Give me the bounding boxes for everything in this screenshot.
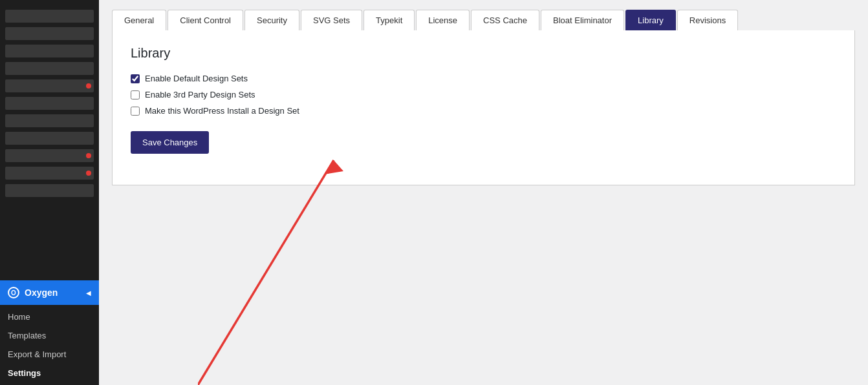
sidebar-blurred-item-4 [5,62,94,75]
oxygen-logo-icon [8,287,19,298]
oxygen-title: Oxygen [25,287,58,298]
sidebar-item-export-import[interactable]: Export & Import [0,345,99,364]
tabs-bar: General Client Control Security SVG Sets… [99,0,868,30]
sidebar-blurred-item-1 [5,10,94,23]
sidebar-blurred-item-3 [5,45,94,57]
notification-dot [86,83,91,88]
sidebar-blurred-item-6 [5,97,94,110]
sidebar-blurred-item-11 [5,184,94,197]
checkbox-enable-3rdparty[interactable]: Enable 3rd Party Design Sets [131,90,836,99]
sidebar-blurred-item-5 [5,79,94,92]
sidebar-nav: Home Templates Export & Import Settings [0,305,99,385]
checkbox-enable-default-input[interactable] [131,74,140,83]
sidebar-blurred-item-9 [5,149,94,162]
sidebar-blurred-item-2 [5,27,94,40]
sidebar-item-templates[interactable]: Templates [0,326,99,345]
panel-title: Library [131,46,836,61]
tab-svg-sets[interactable]: SVG Sets [301,10,362,30]
sidebar-item-home[interactable]: Home [0,307,99,326]
tab-client-control[interactable]: Client Control [168,10,243,30]
tab-css-cache[interactable]: CSS Cache [471,10,539,30]
tab-general[interactable]: General [112,10,166,30]
checkbox-enable-default[interactable]: Enable Default Design Sets [131,74,836,83]
checkbox-make-design-set-input[interactable] [131,107,140,116]
checkbox-make-design-set-label: Make this WordPress Install a Design Set [145,106,299,116]
tab-security[interactable]: Security [244,10,299,30]
sidebar-item-settings[interactable]: Settings [0,364,99,382]
checkbox-enable-3rdparty-input[interactable] [131,90,140,99]
checkbox-group: Enable Default Design Sets Enable 3rd Pa… [131,74,836,116]
content-area: Library Enable Default Design Sets Enabl… [99,30,868,385]
sidebar: Oxygen ◀ Home Templates Export & Import … [0,0,99,385]
tab-library[interactable]: Library [625,10,676,30]
notification-dot-3 [86,171,91,176]
save-changes-button[interactable]: Save Changes [131,131,209,154]
oxygen-header[interactable]: Oxygen ◀ [0,280,99,305]
sidebar-blurred-item-10 [5,167,94,180]
checkbox-make-design-set[interactable]: Make this WordPress Install a Design Set [131,106,836,116]
checkbox-enable-default-label: Enable Default Design Sets [145,74,248,83]
sidebar-blurred-item-8 [5,132,94,145]
sidebar-blurred-item-7 [5,114,94,127]
checkbox-enable-3rdparty-label: Enable 3rd Party Design Sets [145,90,255,99]
notification-dot-2 [86,153,91,158]
tab-revisions[interactable]: Revisions [677,10,738,30]
tab-license[interactable]: License [416,10,470,30]
sidebar-blurred-items [0,0,99,280]
library-panel: Library Enable Default Design Sets Enabl… [112,30,855,185]
tab-bloat-eliminator[interactable]: Bloat Eliminator [541,10,624,30]
main-content: General Client Control Security SVG Sets… [99,0,868,385]
tab-typekit[interactable]: Typekit [363,10,415,30]
chevron-left-icon: ◀ [86,289,91,297]
